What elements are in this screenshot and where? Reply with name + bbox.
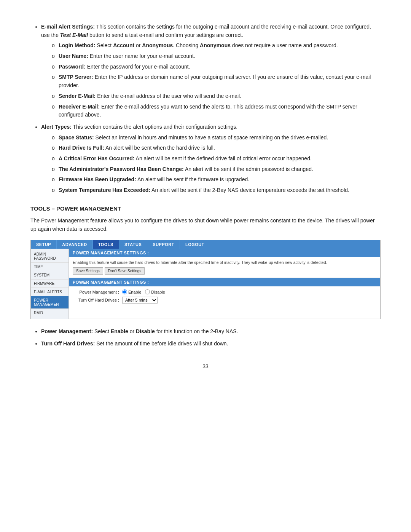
sidebar-power-management[interactable]: POWER MANAGEMENT bbox=[31, 296, 68, 309]
alert-types-item: Alert Types: This section contains the a… bbox=[41, 123, 381, 195]
sub-firmware-upgraded: Firmware Has Been Upgraded: An alert wil… bbox=[52, 176, 381, 184]
radio-disable-text: Disable bbox=[151, 290, 165, 294]
nas-nav-bar: SETUP ADVANCED TOOLS STATUS SUPPORT LOGO… bbox=[31, 240, 380, 249]
radio-enable-label[interactable]: Enable bbox=[122, 289, 141, 294]
sub-smtp-server: SMTP Server: Enter the IP address or dom… bbox=[52, 73, 381, 89]
sidebar-email-alerts[interactable]: E-MAIL ALERTS bbox=[31, 288, 68, 296]
nav-tools[interactable]: TOOLS bbox=[93, 240, 119, 249]
sidebar-time[interactable]: TIME bbox=[31, 263, 68, 271]
power-mgmt-radio-group: Enable Disable bbox=[122, 289, 165, 294]
turn-off-drives-label: Turn Off Hard Drives : bbox=[73, 298, 122, 302]
sub-space-status: Space Status: Select an interval in hour… bbox=[52, 134, 381, 142]
sub-admin-password-change: The Administrator's Password Has Been Ch… bbox=[52, 165, 381, 174]
sub-user-name: User Name: Enter the user name for your … bbox=[52, 52, 381, 61]
nas-section1-body: Enabling this feature will cause the har… bbox=[69, 257, 380, 278]
nas-section1-title: POWER MANAGEMENT SETTINGS : bbox=[69, 249, 380, 257]
nas-layout: ADMIN PASSWORD TIME SYSTEM FIRMWARE E-MA… bbox=[31, 249, 380, 319]
nav-setup[interactable]: SETUP bbox=[31, 240, 57, 249]
sidebar-admin-password[interactable]: ADMIN PASSWORD bbox=[31, 250, 68, 263]
sidebar-system[interactable]: SYSTEM bbox=[31, 271, 68, 280]
radio-disable[interactable] bbox=[145, 289, 150, 294]
sub-login-method: Login Method: Select Account or Anonymou… bbox=[52, 42, 381, 50]
turn-off-drives-select[interactable]: After 5 mins After 10 mins After 30 mins… bbox=[122, 297, 158, 304]
alert-types-subitems: Space Status: Select an interval in hour… bbox=[52, 134, 381, 195]
email-alerts-subitems: Login Method: Select Account or Anonymou… bbox=[52, 42, 381, 119]
save-settings-button[interactable]: Save Settings bbox=[73, 267, 103, 275]
nav-support[interactable]: SUPPORT bbox=[147, 240, 180, 249]
nas-main: POWER MANAGEMENT SETTINGS : Enabling thi… bbox=[69, 249, 380, 319]
nas-section1-buttons: Save Settings Don't Save Settings bbox=[73, 267, 376, 275]
sub-hard-drive-full: Hard Drive Is Full: An alert will be sen… bbox=[52, 144, 381, 152]
sub-system-temp: System Temperature Has Exceeded: An aler… bbox=[52, 186, 381, 195]
email-alerts-label: E-mail Alert Settings: bbox=[41, 24, 95, 30]
radio-enable-text: Enable bbox=[128, 290, 141, 294]
test-email-label: Test E-Mail bbox=[60, 32, 88, 38]
radio-enable[interactable] bbox=[122, 289, 127, 294]
bottom-bullet-turn-off: Turn Off Hard Drives: Set the amount of … bbox=[41, 340, 381, 348]
nav-advanced[interactable]: ADVANCED bbox=[57, 240, 93, 249]
power-mgmt-field-row: Power Management : Enable Disable bbox=[73, 289, 376, 294]
email-alerts-item: E-mail Alert Settings: This section cont… bbox=[41, 23, 381, 119]
bottom-bullets-list: Power Management: Select Enable or Disab… bbox=[41, 328, 381, 348]
nas-sidebar: ADMIN PASSWORD TIME SYSTEM FIRMWARE E-MA… bbox=[31, 249, 69, 319]
nav-logout[interactable]: LOGOUT bbox=[180, 240, 210, 249]
sub-critical-error: A Critical Error Has Occurred: An alert … bbox=[52, 155, 381, 163]
email-alerts-end: button to send a test e-mail and confirm… bbox=[88, 32, 243, 38]
tools-power-heading: TOOLS – POWER MANAGEMENT bbox=[30, 205, 381, 212]
nav-status[interactable]: STATUS bbox=[119, 240, 147, 249]
nas-ui-container: SETUP ADVANCED TOOLS STATUS SUPPORT LOGO… bbox=[30, 240, 381, 319]
sub-receiver-email: Receiver E-Mail: Enter the e-mail addres… bbox=[52, 103, 381, 119]
sidebar-firmware[interactable]: FIRMWARE bbox=[31, 280, 68, 288]
sidebar-raid[interactable]: RAID bbox=[31, 309, 68, 317]
dont-save-settings-button[interactable]: Don't Save Settings bbox=[105, 267, 145, 275]
alert-types-rest: This section contains the alert options … bbox=[72, 124, 237, 130]
nas-section1-description: Enabling this feature will cause the har… bbox=[73, 260, 376, 265]
tools-power-intro: The Power Management feature allows you … bbox=[30, 216, 381, 233]
content-area: E-mail Alert Settings: This section cont… bbox=[30, 23, 381, 369]
power-mgmt-label: Power Management : bbox=[73, 290, 122, 294]
sub-sender-email: Sender E-Mail: Enter the e-mail address … bbox=[52, 92, 381, 101]
radio-disable-label[interactable]: Disable bbox=[145, 289, 165, 294]
email-alerts-list: E-mail Alert Settings: This section cont… bbox=[41, 23, 381, 195]
page-number: 33 bbox=[30, 363, 381, 369]
bottom-bullet-power-mgmt: Power Management: Select Enable or Disab… bbox=[41, 328, 381, 336]
turn-off-drives-row: Turn Off Hard Drives : After 5 mins Afte… bbox=[73, 297, 376, 304]
nas-section2-title: POWER MANAGEMENT SETTINGS : bbox=[69, 278, 380, 286]
nas-section2-body: Power Management : Enable Disable bbox=[69, 286, 380, 318]
sub-password: Password: Enter the password for your e-… bbox=[52, 63, 381, 71]
